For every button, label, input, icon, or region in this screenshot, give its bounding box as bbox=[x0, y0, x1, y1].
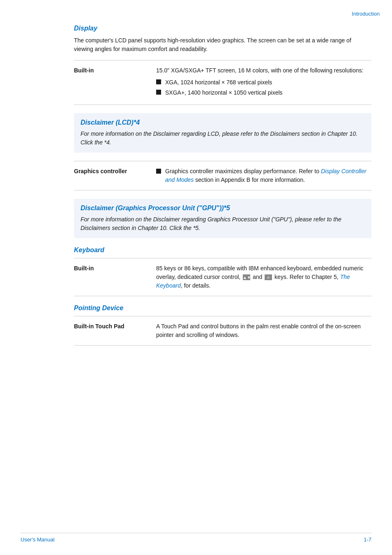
pointing-device-table: Built-in Touch Pad A Touch Pad and contr… bbox=[74, 316, 371, 346]
keyboard-label: Built-in bbox=[74, 264, 156, 290]
resolution-sxga: SXGA+, 1400 horizontal × 1050 vertical p… bbox=[165, 88, 283, 97]
table-row: Built-in 85 keys or 86 keys, compatible … bbox=[74, 258, 371, 296]
footer-right: 1-7 bbox=[364, 536, 371, 543]
disclaimer-lcd-section: Disclaimer (LCD)*4 For more information … bbox=[74, 113, 371, 153]
display-controller-link[interactable]: Display Controller and Modes bbox=[165, 168, 366, 183]
menu-icon: ≡ bbox=[265, 274, 272, 280]
disclaimer-lcd-title: Disclaimer (LCD)*4 bbox=[81, 119, 365, 126]
graphics-value: Graphics controller maximizes display pe… bbox=[156, 167, 371, 184]
page-footer: User's Manual 1-7 bbox=[21, 533, 371, 543]
list-item: XGA, 1024 horizontal × 768 vertical pixe… bbox=[156, 78, 371, 87]
footer-left: User's Manual bbox=[21, 536, 55, 543]
builtin-text: 15.0" XGA/SXGA+ TFT screen, 16 M colors,… bbox=[156, 67, 363, 74]
display-title: Display bbox=[74, 25, 371, 32]
graphics-section: Graphics controller Graphics controller … bbox=[74, 161, 371, 190]
bullet-icon bbox=[156, 90, 161, 95]
keyboard-value: 85 keys or 86 keys, compatible with IBM … bbox=[156, 264, 371, 290]
display-table: Built-in 15.0" XGA/SXGA+ TFT screen, 16 … bbox=[74, 60, 371, 105]
graphics-label: Graphics controller bbox=[74, 167, 156, 184]
graphics-text: Graphics controller maximizes display pe… bbox=[165, 167, 371, 184]
table-row: Built-in Touch Pad A Touch Pad and contr… bbox=[74, 316, 371, 345]
bullet-icon bbox=[156, 79, 161, 84]
table-row: Built-in 15.0" XGA/SXGA+ TFT screen, 16 … bbox=[74, 60, 371, 104]
disclaimer-lcd-body: For more information on the Disclaimer r… bbox=[81, 130, 365, 147]
disclaimer-gpu-title: Disclaimer (Graphics Processor Unit ("GP… bbox=[81, 204, 365, 212]
list-item: SXGA+, 1400 horizontal × 1050 vertical p… bbox=[156, 88, 371, 97]
disclaimer-gpu-section: Disclaimer (Graphics Processor Unit ("GP… bbox=[74, 199, 371, 238]
builtin-value: 15.0" XGA/SXGA+ TFT screen, 16 M colors,… bbox=[156, 66, 371, 99]
disclaimer-gpu-body: For more information on the Disclaimer r… bbox=[81, 215, 365, 232]
display-body: The computer's LCD panel supports high-r… bbox=[74, 36, 371, 53]
display-section: Display The computer's LCD panel support… bbox=[74, 25, 371, 105]
builtin-label: Built-in bbox=[74, 66, 156, 99]
cursor-icon: ▲▼ bbox=[243, 274, 250, 280]
keyboard-section: Keyboard Built-in 85 keys or 86 keys, co… bbox=[74, 246, 371, 296]
table-row: Graphics controller Graphics controller … bbox=[74, 161, 371, 190]
main-content: Display The computer's LCD panel support… bbox=[74, 25, 371, 346]
keyboard-link[interactable]: The Keyboard bbox=[156, 274, 350, 289]
chapter-title: Introduction bbox=[352, 11, 380, 17]
resolution-list: XGA, 1024 horizontal × 768 vertical pixe… bbox=[156, 78, 371, 97]
touchpad-label: Built-in Touch Pad bbox=[74, 322, 156, 339]
touchpad-value: A Touch Pad and control buttons in the p… bbox=[156, 322, 371, 339]
pointing-device-title: Pointing Device bbox=[74, 304, 371, 312]
keyboard-table: Built-in 85 keys or 86 keys, compatible … bbox=[74, 258, 371, 296]
pointing-device-section: Pointing Device Built-in Touch Pad A Tou… bbox=[74, 304, 371, 346]
keyboard-title: Keyboard bbox=[74, 246, 371, 254]
resolution-xga: XGA, 1024 horizontal × 768 vertical pixe… bbox=[165, 78, 272, 87]
chapter-header: Introduction bbox=[352, 11, 380, 17]
bullet-icon bbox=[156, 169, 161, 174]
